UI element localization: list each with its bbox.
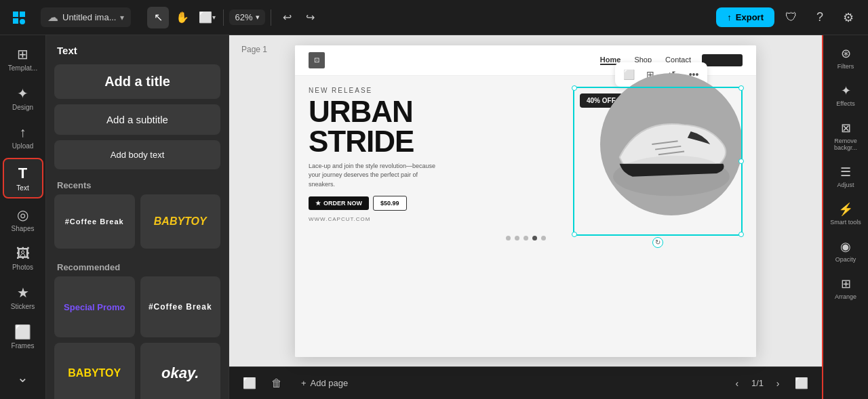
- app-logo[interactable]: [8, 7, 30, 28]
- canvas-banner-image: ⬜ ⊞ ↺ ••• 40% OFF: [580, 87, 743, 223]
- canvas-wrapper[interactable]: ⊡ Home Shop Contact NEW RELEASE: [229, 35, 822, 366]
- separator2: [271, 9, 271, 26]
- remove-bg-icon: ⊠: [841, 121, 851, 135]
- babytoy2-text: BABYTOY: [68, 367, 121, 379]
- sidebar-item-text[interactable]: T Text: [3, 158, 43, 198]
- right-panel-effects[interactable]: ✦ Effects: [825, 78, 867, 112]
- special-promo-text: Special Promo: [64, 302, 125, 312]
- shield-icon-btn[interactable]: 🛡: [780, 6, 803, 29]
- next-page-button[interactable]: ›: [769, 375, 787, 392]
- template-icon: ⊞: [17, 46, 28, 62]
- shapes-icon: ◎: [17, 207, 28, 223]
- dot-4[interactable]: [532, 236, 537, 240]
- right-panel-adjust[interactable]: ☰ Adjust: [825, 159, 867, 194]
- handle-tr: [738, 85, 744, 91]
- sidebar-item-upload[interactable]: ↑ Upload: [3, 119, 43, 155]
- dot-3[interactable]: [524, 236, 528, 240]
- canvas-nav-logo: ⊡: [309, 52, 325, 68]
- sidebar-item-shapes[interactable]: ◎ Shapes: [3, 201, 43, 238]
- recommended-card-babytoy2[interactable]: BABYTOY: [54, 343, 135, 399]
- add-page-button[interactable]: + Add page: [294, 375, 355, 392]
- canvas-description: Lace-up and join the style revolution—be…: [309, 162, 444, 190]
- order-now-button[interactable]: ★ ORDER NOW: [309, 196, 369, 210]
- opacity-icon: ◉: [840, 239, 851, 254]
- add-body-button[interactable]: Add body text: [54, 140, 220, 169]
- upload-icon: ↑: [20, 125, 26, 140]
- text-icon: T: [18, 165, 27, 182]
- file-info[interactable]: ☁ Untitled ima... ▾: [41, 7, 131, 27]
- arrange-icon: ⊞: [841, 276, 851, 291]
- release-text: NEW RELEASE: [309, 87, 573, 94]
- recommended-card-okay[interactable]: okay.: [140, 343, 221, 399]
- right-panel-smart-tools[interactable]: ⚡ Smart tools: [825, 196, 867, 231]
- recents-grid: #Coffee Break BABYTOY: [46, 194, 229, 254]
- remove-bg-label: Remove backgr...: [827, 138, 864, 151]
- babytoy-recent-text: BABYTOY: [154, 215, 207, 228]
- export-button[interactable]: ↑ Export: [716, 7, 774, 27]
- filters-icon: ⊛: [841, 46, 851, 61]
- settings-icon-btn[interactable]: ⚙: [837, 6, 860, 29]
- dot-1[interactable]: [506, 236, 511, 240]
- shoe-image: [600, 73, 743, 215]
- recent-card-coffee[interactable]: #Coffee Break: [54, 194, 135, 249]
- effects-label: Effects: [836, 100, 854, 107]
- zoom-control[interactable]: 62% ▾: [229, 9, 264, 25]
- add-subtitle-button[interactable]: Add a subtitle: [54, 104, 220, 135]
- sidebar-icons: ⊞ Templat... ✦ Design ↑ Upload T Text ◎ …: [0, 35, 46, 399]
- recommended-card-promo[interactable]: Special Promo: [54, 276, 135, 337]
- frame-tool[interactable]: ⬜ ▾: [196, 7, 218, 28]
- sidebar-item-frames[interactable]: ⬜ Frames: [3, 318, 43, 355]
- sidebar-label-photos: Photos: [12, 264, 33, 271]
- right-panel: ⊛ Filters ✦ Effects ⊠ Remove backgr... ☰…: [822, 35, 868, 399]
- hand-tool[interactable]: ✋: [172, 7, 193, 28]
- price-button[interactable]: $50.99: [373, 196, 407, 211]
- frames-icon: ⬜: [14, 324, 31, 340]
- sidebar-label-upload: Upload: [12, 142, 34, 150]
- canvas-banner-text: NEW RELEASE URBAN STRIDE Lace-up and joi…: [309, 87, 573, 223]
- left-panel: Text Add a title Add a subtitle Add body…: [46, 35, 229, 399]
- recent-card-babytoy[interactable]: BABYTOY: [140, 194, 221, 249]
- select-tool[interactable]: ↖: [147, 7, 169, 28]
- sidebar-item-template[interactable]: ⊞ Templat...: [3, 41, 43, 77]
- opacity-label: Opacity: [835, 256, 856, 263]
- expand-tool[interactable]: ⬜: [792, 374, 811, 393]
- recommended-card-coffee-break[interactable]: #Coffee Break: [140, 276, 221, 337]
- canvas-banner: NEW RELEASE URBAN STRIDE Lace-up and joi…: [295, 76, 756, 230]
- crop-tool[interactable]: ⬜: [619, 65, 638, 84]
- prev-page-button[interactable]: ‹: [728, 375, 746, 392]
- sidebar-item-design[interactable]: ✦ Design: [3, 80, 43, 117]
- right-panel-opacity[interactable]: ◉ Opacity: [825, 234, 867, 268]
- adjust-icon: ☰: [840, 165, 851, 180]
- right-panel-remove-bg[interactable]: ⊠ Remove backgr...: [825, 115, 867, 156]
- sidebar-item-stickers[interactable]: ★ Stickers: [3, 279, 43, 316]
- help-icon-btn[interactable]: ?: [808, 6, 831, 29]
- photos-icon: 🖼: [16, 246, 30, 261]
- file-name: Untitled ima...: [62, 12, 116, 22]
- add-title-button[interactable]: Add a title: [54, 64, 220, 99]
- separator: [223, 9, 224, 26]
- sidebar-label-design: Design: [12, 104, 33, 111]
- smart-tools-icon: ⚡: [838, 202, 853, 217]
- sidebar-item-photos[interactable]: 🖼 Photos: [3, 240, 43, 276]
- export-label: Export: [736, 12, 764, 22]
- title-line2: STRIDE: [309, 127, 573, 156]
- undo-button[interactable]: ↩: [277, 7, 298, 28]
- canvas-area: Page 1 ⊡ Home Shop Contact: [229, 35, 822, 399]
- recommended-grid: Special Promo #Coffee Break BABYTOY okay…: [46, 276, 229, 399]
- sidebar-label-text: Text: [16, 184, 28, 192]
- sidebar-item-more[interactable]: ⌄: [3, 364, 43, 391]
- zoom-level: 62%: [235, 12, 252, 22]
- delete-tool[interactable]: 🗑: [267, 374, 286, 393]
- dot-5[interactable]: [541, 236, 546, 240]
- redo-button[interactable]: ↪: [300, 7, 321, 28]
- dot-2[interactable]: [515, 236, 519, 240]
- canvas-frame: ⊡ Home Shop Contact NEW RELEASE: [295, 45, 756, 357]
- present-tool[interactable]: ⬜: [240, 374, 259, 393]
- add-page-label: Add page: [311, 378, 349, 388]
- sidebar-label-template: Templat...: [8, 64, 37, 72]
- right-panel-arrange[interactable]: ⊞ Arrange: [825, 271, 867, 306]
- right-panel-filters[interactable]: ⊛ Filters: [825, 41, 867, 75]
- website-url: WWW.CAPCUT.COM: [309, 216, 573, 222]
- undo-redo: ↩ ↪: [277, 7, 321, 28]
- carousel-dots: [295, 229, 756, 247]
